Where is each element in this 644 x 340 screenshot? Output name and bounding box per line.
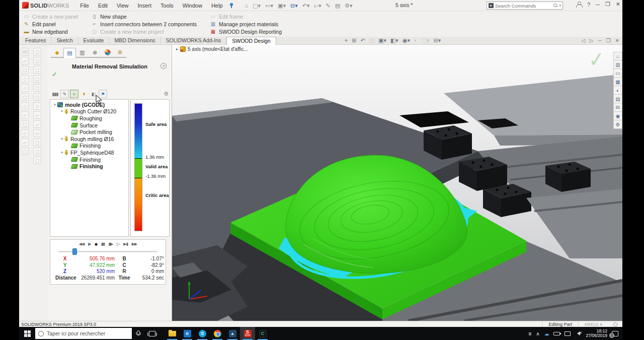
tree-item-operation[interactable]: Finishing: [51, 156, 128, 163]
toolbar-icon[interactable]: ▢: [33, 75, 41, 83]
search-dropdown-icon[interactable]: ▾: [559, 4, 561, 8]
menu-tools[interactable]: Tools: [156, 2, 178, 10]
taskbar-cad-app[interactable]: ▲: [225, 327, 240, 340]
search-icon[interactable]: [553, 4, 557, 8]
annotate-icon[interactable]: ✎: [326, 1, 330, 11]
login-icon[interactable]: [576, 2, 582, 8]
doc-close-button[interactable]: ✕: [615, 37, 619, 44]
tree-item-operation[interactable]: Pocket milling: [51, 128, 128, 135]
insert-connectors-button[interactable]: ⌐ Insert connectors between 2 components: [91, 20, 197, 28]
pm-tab-feature-manager[interactable]: ▤: [63, 48, 76, 58]
restore-button[interactable]: ❐: [605, 1, 610, 8]
slider-handle[interactable]: [72, 248, 77, 255]
pm-tab-configurations[interactable]: ⊕: [89, 48, 101, 58]
close-button[interactable]: ✕: [616, 1, 620, 8]
minimize-button[interactable]: ─: [596, 2, 600, 8]
open-icon[interactable]: ▭▾: [265, 1, 273, 11]
tree-item-cutter[interactable]: ▾ Rough Cutter Ø120: [51, 108, 128, 115]
toolbar-icon[interactable]: ◇: [33, 102, 41, 110]
taskbar-solidworks[interactable]: S2019: [240, 327, 255, 340]
new-shape-button[interactable]: ▯ New shape: [91, 13, 197, 20]
pm-tab-swood[interactable]: ◆: [51, 48, 63, 58]
toolbar-icon[interactable]: ▢: [33, 139, 41, 146]
toolbar-icon[interactable]: ▢: [21, 120, 29, 128]
pm-tab-dimxpert[interactable]: ⚙: [114, 48, 126, 58]
status-tag-icon[interactable]: [613, 322, 617, 326]
taskpane-toolbox-icon[interactable]: ⚙: [613, 120, 622, 129]
pm-tab-appearances[interactable]: [101, 48, 114, 58]
tree-item-operation[interactable]: Finishing: [51, 143, 128, 150]
section-view-icon[interactable]: ◫: [369, 37, 374, 44]
menu-view[interactable]: View: [113, 2, 133, 10]
pause-button[interactable]: ▮▮: [101, 242, 105, 247]
toolbar-icon[interactable]: ▢: [33, 157, 41, 164]
microphone-icon[interactable]: [136, 330, 140, 337]
toolbar-icon[interactable]: ▢: [33, 48, 41, 55]
skip-end-button[interactable]: ▶▶: [132, 242, 137, 247]
toolbar-icon[interactable]: ▱: [33, 120, 41, 128]
doc-minimize-button[interactable]: ─: [598, 37, 602, 44]
edit-panel-button[interactable]: ✎ Edit panel: [23, 20, 78, 28]
select-icon[interactable]: ▻▾: [314, 1, 321, 11]
edit-simulation-icon[interactable]: ✎: [60, 90, 69, 98]
expander-icon[interactable]: ▾: [59, 109, 64, 113]
display-style-icon[interactable]: ◧▾: [390, 37, 398, 44]
toolbar-icon[interactable]: ▱: [33, 111, 41, 119]
taskbar-chrome[interactable]: [210, 327, 225, 340]
taskbar-skype[interactable]: S: [195, 327, 210, 340]
toolbar-icon[interactable]: ◇: [21, 75, 29, 83]
taskbar-search[interactable]: Taper ici pour rechercher: [35, 328, 132, 339]
toolbar-icon[interactable]: ◇: [21, 102, 29, 110]
display-icon[interactable]: [565, 331, 571, 336]
panel-help-icon[interactable]: ?: [160, 63, 167, 69]
clock[interactable]: 18:12 27/06/2019: [586, 329, 607, 338]
play-button[interactable]: ▶: [88, 242, 91, 247]
menu-edit[interactable]: Edit: [94, 2, 112, 10]
expander-icon[interactable]: ▾: [52, 103, 57, 107]
new-edgeband-button[interactable]: ▬ New edgeband: [23, 28, 78, 35]
toolbar-icon[interactable]: ▢: [21, 66, 29, 74]
create-new-panel-button[interactable]: ▭ Create a new panel: [23, 13, 78, 20]
zoom-area-icon[interactable]: ⊞: [352, 37, 356, 44]
options-icon[interactable]: ⚙▾: [345, 1, 352, 11]
edit-frame-button[interactable]: ▱ Edit frame: [210, 13, 282, 20]
slow-play-button[interactable]: ▷: [117, 242, 119, 247]
notifications-icon[interactable]: 2: [612, 331, 618, 336]
taskpane-file-explorer-icon[interactable]: ▭: [613, 69, 622, 78]
progress-slider[interactable]: [58, 248, 157, 255]
expand-tree-icon[interactable]: ▸: [176, 47, 178, 51]
search-commands-input[interactable]: [495, 3, 552, 9]
menu-file[interactable]: File: [76, 2, 93, 10]
taskbar-camtasia[interactable]: C: [255, 327, 270, 340]
menu-window[interactable]: Window: [179, 2, 206, 10]
toolbar-icon[interactable]: ▢: [21, 93, 29, 101]
save-icon[interactable]: ▣▾: [278, 1, 286, 11]
tree-item-cutter[interactable]: ▾ FP_SphériqueD48: [51, 149, 128, 156]
viewport-document-label[interactable]: ▸ 5 axis (moule<Etat d'affic...: [176, 46, 248, 52]
toolbar-icon[interactable]: ▢: [33, 93, 41, 101]
toolbar-icon[interactable]: ▱: [21, 84, 29, 92]
toolbar-icon[interactable]: ▢: [33, 84, 41, 92]
tab-features[interactable]: Features: [20, 37, 51, 45]
apply-scene-icon[interactable]: ▢▾: [422, 37, 430, 44]
tree-item-cutter[interactable]: ▾ Rough milling Ø16: [51, 135, 128, 143]
taskpane-forum-icon[interactable]: ✉: [613, 103, 622, 112]
onedrive-icon[interactable]: ☁: [544, 331, 549, 336]
step-back-button[interactable]: ▮▶: [109, 242, 113, 247]
toolbar-3d-icon[interactable]: 3D: [21, 48, 29, 55]
undo-icon[interactable]: ↶▾: [302, 1, 310, 11]
language-icon[interactable]: ʀ: [529, 331, 531, 336]
hide-show-items-icon[interactable]: ◉▾: [403, 37, 410, 44]
taskpane-design-library-icon[interactable]: ▥: [613, 60, 622, 69]
start-button[interactable]: [19, 327, 35, 340]
home-icon[interactable]: ⌂: [245, 1, 249, 11]
tab-mbd-dimensions[interactable]: MBD Dimensions: [109, 37, 160, 45]
tree-item-operation[interactable]: Roughing: [51, 115, 128, 122]
toolbar-icon[interactable]: ▢: [33, 148, 41, 155]
toolbar-icon[interactable]: ▢: [33, 66, 41, 74]
columns-icon[interactable]: ▮▮▮: [51, 90, 59, 98]
tab-evaluate[interactable]: Evaluate: [78, 37, 110, 45]
tree-item-operation[interactable]: Surface: [51, 122, 128, 129]
taskpane-view-palette-icon[interactable]: ▦: [613, 78, 622, 86]
expander-icon[interactable]: ▾: [59, 137, 64, 141]
